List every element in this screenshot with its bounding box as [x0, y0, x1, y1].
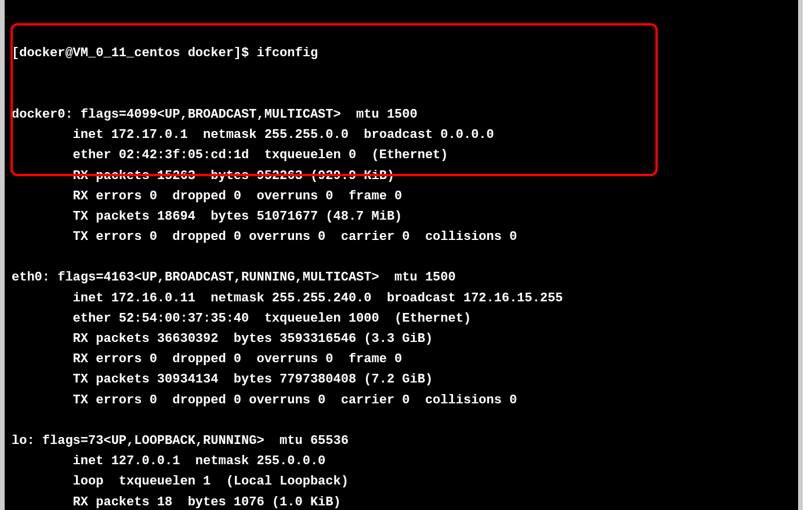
- output-line: inet 172.17.0.1 netmask 255.255.0.0 broa…: [5, 125, 798, 145]
- output-line: ether 02:42:3f:05:cd:1d txqueuelen 0 (Et…: [5, 145, 798, 165]
- output-line: TX errors 0 dropped 0 overruns 0 carrier…: [5, 390, 798, 410]
- output-line: lo: flags=73<UP,LOOPBACK,RUNNING> mtu 65…: [5, 431, 798, 451]
- output-line: eth0: flags=4163<UP,BROADCAST,RUNNING,MU…: [5, 267, 798, 287]
- output-line: TX errors 0 dropped 0 overruns 0 carrier…: [5, 227, 798, 247]
- output-line: docker0: flags=4099<UP,BROADCAST,MULTICA…: [5, 104, 798, 125]
- output-line: RX errors 0 dropped 0 overruns 0 frame 0: [5, 349, 798, 369]
- output-line: RX packets 18 bytes 1076 (1.0 KiB): [5, 492, 798, 511]
- blank-line: [5, 247, 798, 267]
- output-line: TX packets 30934134 bytes 7797380408 (7.…: [5, 369, 798, 389]
- blank-line: [5, 410, 798, 431]
- output-line: RX packets 36630392 bytes 3593316546 (3.…: [5, 329, 798, 349]
- prompt-line: [docker@VM_0_11_centos docker]$ ifconfig: [5, 43, 798, 63]
- output-line: loop txqueuelen 1 (Local Loopback): [5, 471, 798, 491]
- output-line: inet 127.0.0.1 netmask 255.0.0.0: [5, 451, 798, 471]
- output-line: RX errors 0 dropped 0 overruns 0 frame 0: [5, 186, 798, 206]
- output-line: inet 172.16.0.11 netmask 255.255.240.0 b…: [5, 288, 798, 308]
- output-line: RX packets 15263 bytes 952263 (929.9 KiB…: [5, 166, 798, 186]
- prompt-text: [docker@VM_0_11_centos docker]$ ifconfig: [12, 46, 318, 60]
- output-line: TX packets 18694 bytes 51071677 (48.7 Mi…: [5, 206, 798, 227]
- terminal-output: docker0: flags=4099<UP,BROADCAST,MULTICA…: [5, 104, 798, 510]
- terminal-window[interactable]: [docker@VM_0_11_centos docker]$ ifconfig…: [0, 0, 803, 510]
- output-line: ether 52:54:00:37:35:40 txqueuelen 1000 …: [5, 308, 798, 329]
